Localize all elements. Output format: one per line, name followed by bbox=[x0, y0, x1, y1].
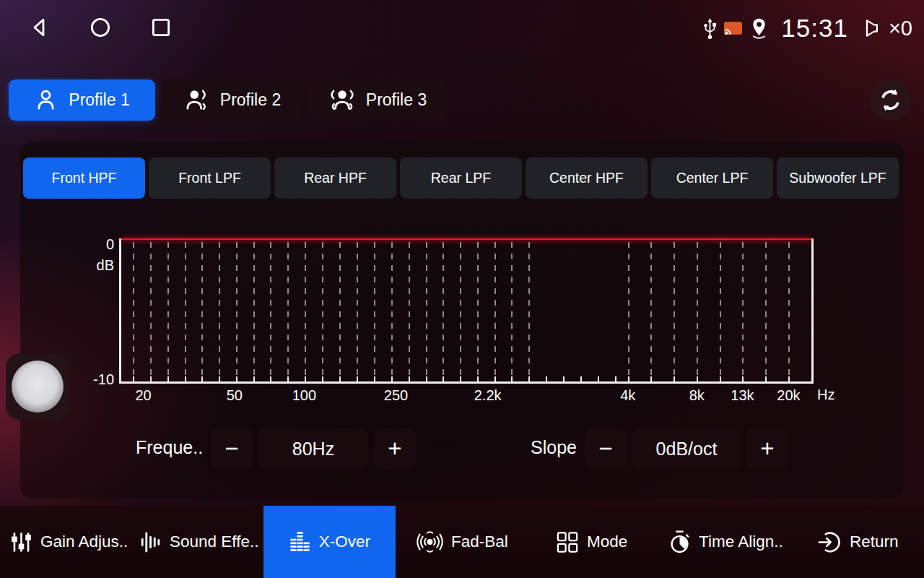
plot-gridline bbox=[167, 242, 169, 381]
nav-item-sound-effe[interactable]: Sound Effe.. bbox=[139, 506, 258, 578]
frequency-plus-button[interactable]: + bbox=[374, 428, 416, 470]
person-icon bbox=[34, 88, 58, 112]
plot-gridline bbox=[201, 242, 203, 381]
axis-tick bbox=[765, 376, 767, 381]
axis-tick bbox=[270, 376, 271, 381]
filter-tab-subwoofer-lpf[interactable]: Subwoofer LPF bbox=[777, 158, 899, 199]
plot-gridline bbox=[511, 242, 513, 381]
profile-tab-profile-2[interactable]: Profile 2 bbox=[162, 79, 302, 121]
plot-gridline bbox=[287, 242, 289, 381]
nav-item-fad-bal[interactable]: Fad-Bal bbox=[417, 506, 508, 578]
plot-gridline bbox=[426, 242, 427, 381]
plot-gridline bbox=[674, 242, 675, 381]
x-tick-label: 13k bbox=[731, 387, 754, 404]
android-recents-button[interactable] bbox=[149, 14, 173, 40]
plot-gridline bbox=[236, 242, 237, 381]
nav-item-gain-adjus[interactable]: Gain Adjus.. bbox=[10, 506, 128, 578]
nav-item-x-over[interactable]: X-Over bbox=[263, 506, 396, 578]
slope-label: Slope bbox=[531, 437, 577, 458]
axis-tick bbox=[150, 376, 152, 381]
profile-label: Profile 3 bbox=[366, 90, 427, 110]
plot-gridline bbox=[765, 242, 767, 381]
filter-tab-center-lpf[interactable]: Center LPF bbox=[651, 158, 773, 199]
home-icon bbox=[88, 14, 113, 40]
nav-label: X-Over bbox=[319, 532, 370, 551]
slope-minus-button[interactable]: − bbox=[585, 428, 627, 470]
nav-item-return[interactable]: Return bbox=[818, 506, 899, 578]
rotary-knob[interactable] bbox=[12, 361, 64, 413]
plot-gridline bbox=[253, 242, 255, 381]
axis-tick bbox=[374, 376, 375, 381]
nav-item-mode[interactable]: Mode bbox=[556, 506, 627, 578]
axis-tick bbox=[185, 376, 186, 381]
axis-tick bbox=[528, 376, 530, 381]
axis-tick bbox=[720, 376, 721, 381]
profile-tab-profile-1[interactable]: Profile 1 bbox=[9, 79, 155, 121]
profile-tab-profile-3[interactable]: Profile 3 bbox=[309, 79, 447, 121]
axis-tick bbox=[253, 376, 255, 381]
profile-tabs: Profile 1Profile 2Profile 3 bbox=[9, 79, 447, 121]
x-tick-label: 250 bbox=[384, 387, 408, 404]
filter-tab-rear-hpf[interactable]: Rear HPF bbox=[274, 158, 396, 199]
axis-tick bbox=[742, 376, 744, 381]
android-home-button[interactable] bbox=[88, 14, 113, 40]
gain-sliders-icon bbox=[10, 531, 32, 553]
plot-gridline bbox=[409, 242, 410, 381]
plot-gridline bbox=[305, 242, 306, 381]
crossover-plot: 20501002502.2k4k8k13k20k bbox=[119, 238, 814, 384]
android-back-button[interactable] bbox=[27, 14, 52, 40]
plot-gridline bbox=[494, 242, 496, 381]
nav-item-time-align[interactable]: Time Align.. bbox=[668, 506, 783, 578]
volume-level: ×0 bbox=[889, 17, 912, 40]
return-icon bbox=[818, 530, 842, 554]
axis-tick bbox=[426, 376, 427, 381]
plot-gridline bbox=[270, 242, 271, 381]
axis-tick bbox=[697, 376, 698, 381]
filter-tab-rear-lpf[interactable]: Rear LPF bbox=[400, 158, 522, 199]
sound-effect-icon bbox=[139, 531, 162, 553]
axis-tick bbox=[357, 376, 358, 381]
recents-icon bbox=[149, 14, 173, 40]
x-tick-label: 20 bbox=[135, 387, 151, 404]
plot-gridline bbox=[742, 242, 744, 381]
axis-tick bbox=[563, 376, 565, 381]
x-tick-label: 100 bbox=[292, 387, 316, 404]
plot-gridline bbox=[460, 242, 461, 381]
y-axis-bottom-label: -10 bbox=[81, 371, 114, 388]
sync-button[interactable] bbox=[870, 79, 911, 121]
x-tick-label: 8k bbox=[689, 387, 705, 404]
axis-tick bbox=[443, 376, 444, 381]
plot-gridline bbox=[650, 242, 652, 381]
plot-gridline bbox=[185, 242, 186, 381]
axis-tick bbox=[598, 376, 599, 381]
plot-gridline bbox=[528, 242, 530, 381]
plot-gridline bbox=[477, 242, 479, 381]
x-tick-label: 2.2k bbox=[474, 387, 502, 404]
axis-tick bbox=[477, 376, 479, 381]
axis-tick bbox=[650, 376, 652, 381]
x-tick-label: 50 bbox=[227, 387, 243, 404]
filter-tab-front-hpf[interactable]: Front HPF bbox=[23, 158, 145, 199]
bottom-nav: Gain Adjus..Sound Effe..X-OverFad-BalMod… bbox=[0, 506, 924, 578]
head-unit-screen: { "status_bar": { "time": "15:31", "volu… bbox=[0, 0, 924, 578]
y-axis-unit-label: dB bbox=[81, 257, 114, 274]
filter-tab-center-hpf[interactable]: Center HPF bbox=[526, 158, 648, 199]
frequency-minus-button[interactable]: − bbox=[211, 428, 253, 470]
axis-tick bbox=[460, 376, 461, 381]
equalizer-icon bbox=[289, 531, 311, 553]
axis-tick bbox=[201, 376, 203, 381]
slope-value: 0dB/oct bbox=[632, 428, 741, 470]
plot-gridline bbox=[150, 242, 152, 381]
profile-label: Profile 1 bbox=[69, 90, 129, 110]
axis-tick bbox=[615, 376, 616, 381]
axis-tick bbox=[236, 376, 237, 381]
slope-plus-button[interactable]: + bbox=[746, 428, 788, 470]
plot-gridline bbox=[697, 242, 698, 381]
plot-gridline bbox=[357, 242, 358, 381]
knob-container bbox=[6, 353, 69, 420]
axis-tick bbox=[287, 376, 289, 381]
filter-tab-front-lpf[interactable]: Front LPF bbox=[149, 158, 271, 199]
nav-label: Mode bbox=[587, 532, 627, 551]
axis-tick bbox=[546, 376, 547, 381]
axis-tick bbox=[494, 376, 496, 381]
